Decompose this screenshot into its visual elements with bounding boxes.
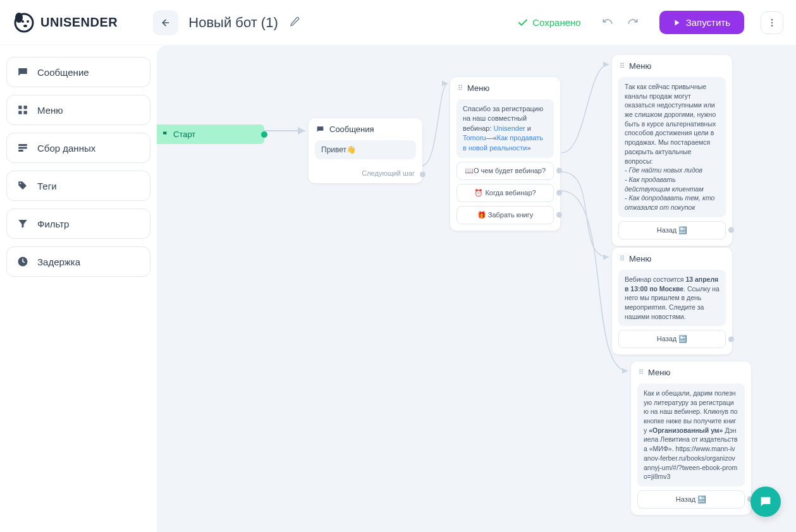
- menu-text: Спасибо за регистрацию на наш совместный…: [456, 99, 554, 158]
- redo-icon: [627, 16, 639, 27]
- messages-node[interactable]: Сообщения Привет👋 Следующий шаг: [309, 118, 422, 183]
- svg-rect-10: [24, 106, 27, 109]
- edit-title-button[interactable]: [286, 14, 303, 32]
- launch-label: Запустить: [686, 17, 730, 28]
- menu-node-3[interactable]: ⠿Меню Вебинар состоится 13 апреля в 13:0…: [612, 248, 732, 354]
- sidebar-item-filter[interactable]: Фильтр: [6, 209, 150, 239]
- undo-icon: [602, 16, 613, 27]
- svg-rect-15: [18, 150, 23, 152]
- start-label: Старт: [173, 130, 195, 139]
- saved-status: Сохранено: [517, 17, 580, 28]
- blocks-sidebar: Сообщение Меню Сбор данных Теги Фильтр З…: [0, 45, 157, 532]
- next-step-label: Следующий шаг: [309, 166, 422, 183]
- drag-icon: ⠿: [639, 368, 643, 377]
- node-title: Меню: [467, 83, 489, 93]
- page-title: Новый бот (1): [188, 15, 278, 31]
- more-button[interactable]: [761, 11, 783, 34]
- svg-rect-9: [18, 106, 21, 109]
- sidebar-item-menu[interactable]: Меню: [6, 95, 150, 125]
- launch-button[interactable]: Запустить: [659, 11, 744, 34]
- output-port[interactable]: [556, 212, 562, 218]
- clock-icon: [17, 256, 28, 267]
- output-port[interactable]: [556, 190, 562, 196]
- menu-option-about[interactable]: 📖О чем будет вебинар?: [456, 162, 554, 180]
- sidebar-item-label: Фильтр: [37, 219, 69, 229]
- sidebar-item-label: Задержка: [37, 257, 80, 267]
- link-unisender[interactable]: Unisender: [494, 124, 525, 132]
- svg-point-7: [771, 21, 773, 23]
- svg-point-6: [771, 19, 773, 21]
- svg-rect-13: [18, 144, 27, 146]
- message-icon: [316, 125, 324, 133]
- filter-icon: [17, 218, 28, 229]
- sidebar-item-message[interactable]: Сообщение: [6, 57, 150, 87]
- menu-node-4[interactable]: ⠿Меню Как и обещали, дарим полезную лите…: [631, 361, 751, 515]
- menu-node-2[interactable]: ⠿Меню Так как сейчас привычные каналы пр…: [612, 55, 732, 246]
- tag-icon: [17, 180, 28, 191]
- topbar: UNISENDER Новый бот (1) Сохранено Запуст…: [0, 0, 796, 45]
- svg-rect-11: [18, 111, 21, 114]
- arrow-left-icon: [161, 18, 171, 28]
- menu-node-1[interactable]: ⠿Меню Спасибо за регистрацию на наш совм…: [450, 77, 560, 231]
- saved-label: Сохранено: [532, 17, 580, 28]
- chat-fab[interactable]: [750, 487, 781, 517]
- output-port[interactable]: [556, 168, 562, 174]
- svg-point-8: [771, 25, 773, 27]
- brand-name: UNISENDER: [40, 15, 118, 30]
- flow-canvas[interactable]: Старт Сообщения Привет👋 Следующий шаг ⠿М…: [157, 45, 796, 532]
- menu-option-when[interactable]: ⏰ Когда вебинар?: [456, 184, 554, 202]
- back-button[interactable]: [153, 10, 178, 35]
- svg-point-3: [27, 20, 29, 23]
- sidebar-item-label: Меню: [37, 105, 63, 116]
- grid-icon: [17, 104, 28, 116]
- menu-text: Так как сейчас привычные каналы продаж м…: [618, 77, 726, 217]
- more-vertical-icon: [767, 18, 777, 28]
- menu-option-back[interactable]: Назад 🔙: [618, 221, 726, 239]
- output-port[interactable]: [728, 227, 734, 233]
- svg-point-2: [21, 20, 24, 23]
- svg-marker-5: [675, 20, 679, 25]
- redo-button[interactable]: [623, 13, 643, 33]
- node-title: Меню: [648, 368, 670, 377]
- pencil-icon: [290, 16, 300, 27]
- menu-option-back[interactable]: Назад 🔙: [618, 330, 726, 348]
- link-tomoru[interactable]: Tomoru: [463, 134, 486, 142]
- logo-icon: [13, 11, 35, 34]
- svg-rect-14: [18, 147, 27, 149]
- message-bubble: Привет👋: [315, 140, 416, 159]
- play-icon: [673, 19, 681, 27]
- sidebar-item-label: Сообщение: [37, 67, 89, 78]
- menu-option-book[interactable]: 🎁 Забрать книгу: [456, 206, 554, 224]
- undo-button[interactable]: [597, 13, 618, 33]
- sidebar-item-tags[interactable]: Теги: [6, 171, 150, 201]
- form-icon: [17, 142, 28, 154]
- output-port[interactable]: [420, 172, 426, 178]
- sidebar-item-data-collection[interactable]: Сбор данных: [6, 133, 150, 163]
- menu-text: Как и обещали, дарим полезную литературу…: [637, 384, 745, 487]
- brand-logo: UNISENDER: [13, 11, 118, 34]
- svg-rect-12: [24, 111, 27, 114]
- sidebar-item-delay[interactable]: Задержка: [6, 246, 150, 277]
- check-icon: [517, 17, 529, 28]
- sidebar-item-label: Теги: [37, 181, 57, 191]
- menu-option-back[interactable]: Назад 🔙: [637, 490, 745, 509]
- message-icon: [17, 66, 28, 78]
- menu-text: Вебинар состоится 13 апреля в 13:00 по М…: [618, 270, 726, 326]
- drag-icon: ⠿: [458, 84, 462, 92]
- svg-point-4: [23, 25, 27, 27]
- output-port[interactable]: [728, 336, 734, 342]
- drag-icon: ⠿: [620, 62, 624, 70]
- output-port[interactable]: [261, 131, 267, 138]
- node-title: Меню: [629, 254, 651, 263]
- start-node[interactable]: Старт: [157, 124, 264, 144]
- node-title: Сообщения: [329, 124, 374, 134]
- svg-point-16: [20, 183, 21, 184]
- chat-icon: [759, 495, 773, 509]
- node-title: Меню: [629, 61, 651, 71]
- sidebar-item-label: Сбор данных: [37, 143, 95, 154]
- drag-icon: ⠿: [620, 255, 624, 263]
- flag-icon: [162, 131, 169, 138]
